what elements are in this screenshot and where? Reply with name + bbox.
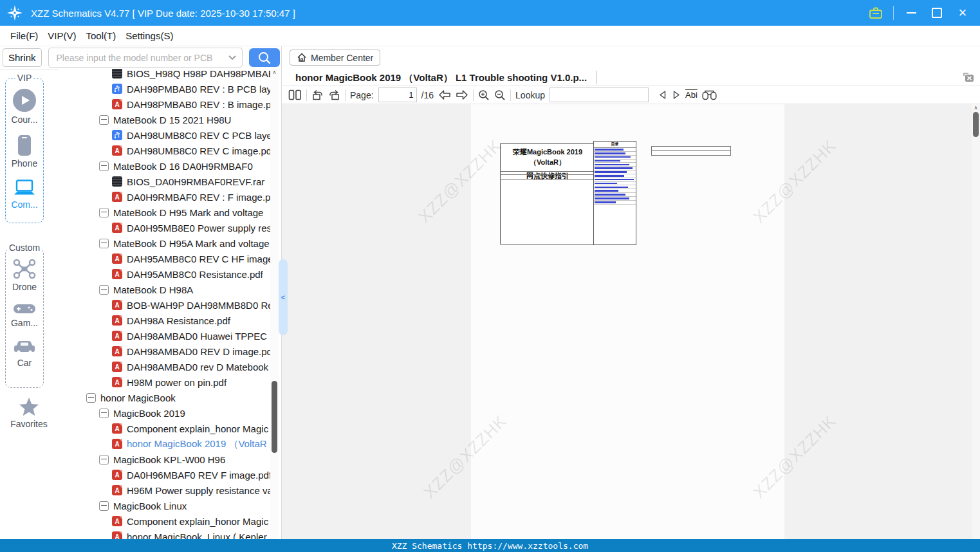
minimize-button[interactable]	[903, 5, 920, 21]
tree-item[interactable]: honor MagicBook	[58, 390, 270, 405]
pdf-viewer[interactable]: 荣耀MagicBook 2019（VoltaR） 网点快修指引 目录 XZZ@X…	[282, 104, 972, 539]
toc-link[interactable]	[595, 164, 629, 166]
collapse-toggle-icon[interactable]	[99, 409, 109, 418]
page-number-input[interactable]	[378, 87, 417, 102]
toc-link[interactable]	[595, 175, 624, 177]
sidebar-item-car[interactable]: Car	[6, 338, 43, 368]
close-document-icon[interactable]	[962, 72, 975, 83]
rotate-right-icon[interactable]	[328, 89, 340, 100]
sidebar-item-course[interactable]: Cour...	[6, 89, 43, 125]
menu-settings[interactable]: Settings(S)	[125, 30, 173, 41]
scroll-up-icon[interactable]: ∧	[972, 105, 980, 111]
next-page-icon[interactable]	[456, 89, 468, 100]
toc-link[interactable]	[595, 171, 627, 173]
tree-item[interactable]: ADA0H96MBAF0 REV F image.pdf	[58, 467, 270, 483]
tree-item[interactable]: ADAH98AMBAD0 rev D Matebook	[58, 359, 270, 374]
collapse-toggle-icon[interactable]	[99, 285, 109, 295]
previous-page-icon[interactable]	[438, 89, 451, 100]
zoom-in-icon[interactable]	[478, 89, 490, 101]
tree-item[interactable]: ADA0H95MB8E0 Power supply resi	[58, 220, 270, 235]
toc-link[interactable]	[595, 190, 618, 192]
sidebar-item-computer[interactable]: Com...	[6, 179, 43, 210]
tree-item[interactable]: AComponent explain_honor Magic	[58, 421, 270, 436]
collapse-toggle-icon[interactable]	[99, 208, 109, 217]
collapse-toggle-icon[interactable]	[99, 161, 109, 171]
toc-link[interactable]	[595, 183, 617, 185]
toc-link[interactable]	[595, 187, 628, 189]
tree-item[interactable]: Ahonor MagicBook_Linux ( Kepler	[58, 529, 270, 539]
zoom-out-icon[interactable]	[494, 89, 506, 101]
menu-vip[interactable]: VIP(V)	[48, 30, 76, 41]
collapse-toggle-icon[interactable]	[99, 501, 109, 511]
tree-item[interactable]: MateBook D H95 Mark and voltage	[58, 205, 270, 220]
menu-tool[interactable]: Tool(T)	[86, 30, 116, 41]
document-scrollbar-thumb[interactable]	[973, 112, 979, 137]
toc-link[interactable]	[595, 198, 629, 199]
tree-item[interactable]: ADAH98AMBAD0 REV D image.pdf	[58, 344, 270, 359]
toc-link[interactable]	[595, 167, 633, 169]
model-search-combobox[interactable]	[48, 48, 243, 68]
tree-item[interactable]: ADAH98A Resistance.pdf	[58, 313, 270, 328]
member-center-button[interactable]: Member Center	[290, 50, 380, 66]
tree-item[interactable]: DAH98UMB8C0 REV C PCB layer.pdf	[58, 127, 270, 143]
tree-item[interactable]: MagicBook Linux	[58, 498, 270, 513]
tree-item[interactable]: MateBook D H95A Mark and voltage	[58, 235, 270, 251]
tree-item[interactable]: MateBook D H98A	[58, 282, 270, 297]
tree-item[interactable]: AComponent explain_honor Magic	[58, 513, 270, 529]
tree-item[interactable]: DAH98PMBAB0 REV : B PCB layer	[58, 81, 270, 97]
tree-item[interactable]: MagicBook 2019	[58, 405, 270, 421]
sidebar-item-drone[interactable]: Drone	[6, 259, 43, 292]
tree-item[interactable]: AH96M Power supply resistance va	[58, 483, 270, 498]
collapse-toggle-icon[interactable]	[99, 115, 109, 125]
briefcase-icon[interactable]	[867, 5, 884, 21]
tree-item[interactable]: MateBook D 16 DA0H9RMBAF0	[58, 158, 270, 174]
tree-item[interactable]: ADAH95AMB8C0 Resistance.pdf	[58, 266, 270, 282]
document-tab[interactable]: honor MagicBook 2019 （VoltaR） L1 Trouble…	[295, 71, 596, 84]
tree-item[interactable]: Ahonor MagicBook 2019 （VoltaR	[58, 436, 270, 452]
scroll-up-icon[interactable]: ∧	[270, 69, 279, 75]
tree-item[interactable]: ABOB-WAH9P DAH98MMB8D0 Re	[58, 297, 270, 313]
toc-link[interactable]	[595, 179, 634, 181]
tree-item[interactable]: ADAH98UMB8C0 REV C image.pdf	[58, 143, 270, 158]
lookup-input[interactable]	[550, 87, 649, 102]
pdf-file-icon: A	[112, 223, 122, 233]
sidebar-item-favorites[interactable]: Favorites	[0, 396, 58, 429]
toc-link[interactable]	[595, 194, 625, 196]
tree-scrollbar[interactable]: ∧	[270, 69, 279, 539]
tree-item[interactable]: ADA0H9RMBAF0 REV : F image.pdf	[58, 189, 270, 205]
collapse-toggle-icon[interactable]	[86, 393, 96, 403]
maximize-button[interactable]	[929, 5, 945, 21]
rotate-left-icon[interactable]	[311, 89, 324, 100]
match-case-toggle[interactable]: Abi	[685, 90, 698, 100]
tree-item[interactable]: BIOS_H98Q H98P DAH98PMBAB0	[58, 69, 270, 81]
close-button[interactable]: ×	[954, 5, 971, 21]
toc-link[interactable]	[595, 149, 624, 151]
tree-item[interactable]: MagicBook KPL-W00 H96	[58, 452, 270, 467]
collapse-toggle-icon[interactable]	[99, 455, 109, 465]
sidebar-item-game[interactable]: Gam...	[6, 302, 43, 328]
binoculars-icon[interactable]	[702, 90, 717, 100]
collapse-toggle-icon[interactable]	[99, 239, 109, 248]
sidebar-item-phone[interactable]: Phone	[6, 135, 43, 169]
document-scrollbar[interactable]: ∧	[972, 104, 980, 539]
tree-item[interactable]: AH98M power on pin.pdf	[58, 374, 270, 390]
tree-item[interactable]: ADAH98PMBAB0 REV : B image.pdf	[58, 97, 270, 112]
model-search-input[interactable]	[55, 52, 228, 64]
tree-item[interactable]: MateBook D 15 2021 H98U	[58, 112, 270, 127]
tree-item[interactable]: BIOS_DA0H9RMBAF0REVF.rar	[58, 174, 270, 189]
toc-link[interactable]	[595, 152, 625, 154]
tree-scrollbar-thumb[interactable]	[272, 381, 277, 453]
search-button[interactable]	[249, 48, 280, 67]
toc-link[interactable]	[595, 160, 620, 162]
find-next-icon[interactable]	[672, 90, 681, 100]
find-previous-icon[interactable]	[658, 90, 667, 100]
collapse-panel-handle[interactable]: <	[279, 259, 288, 335]
shrink-button[interactable]: Shrink	[3, 48, 42, 67]
toc-link[interactable]	[595, 201, 616, 203]
chevron-down-icon[interactable]	[228, 55, 237, 60]
tree-item[interactable]: ADAH95AMB8C0 REV C HF image.p	[58, 251, 270, 266]
tree-item[interactable]: ADAH98AMBAD0 Huawei TPPEC In	[58, 328, 270, 344]
two-page-view-icon[interactable]	[288, 89, 302, 100]
toc-link[interactable]	[595, 156, 631, 158]
menu-file[interactable]: File(F)	[10, 30, 38, 41]
